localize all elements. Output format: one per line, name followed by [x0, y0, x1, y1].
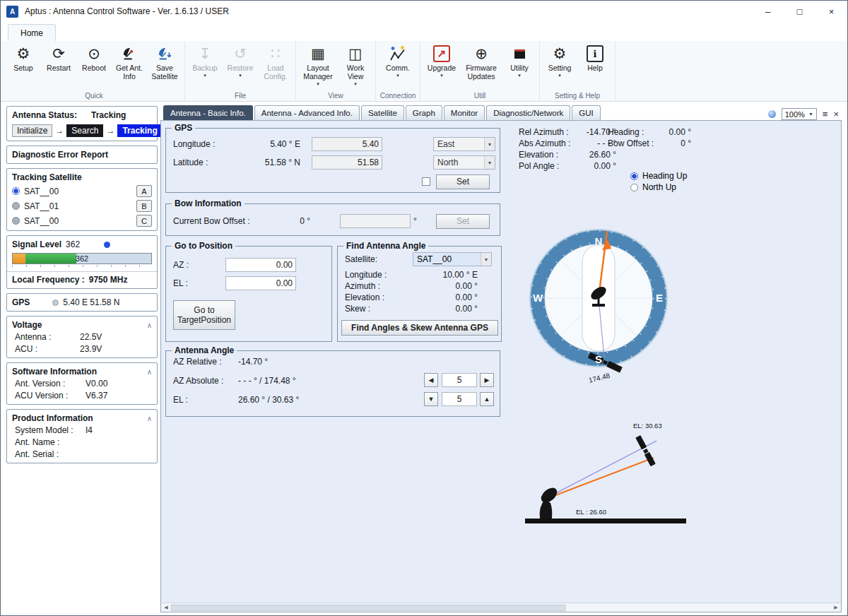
- upgrade-button[interactable]: ↗ Upgrade ▾: [423, 42, 461, 92]
- scroll-left-icon[interactable]: ◀: [161, 605, 171, 610]
- latitude-input[interactable]: [312, 155, 382, 170]
- tab-gui[interactable]: GUI: [572, 105, 600, 120]
- system-model-value: I4: [86, 425, 93, 435]
- tabbar-controls: 100% ▼ ≡ ×: [768, 108, 842, 120]
- setup-button[interactable]: ⚙ Setup: [6, 42, 41, 92]
- down-arrow-icon: ▼: [428, 396, 435, 403]
- work-view-icon: ◫: [348, 44, 363, 64]
- heading-up-radio[interactable]: [630, 172, 638, 180]
- goto-target-position-button[interactable]: Go to TargetPosition: [173, 300, 235, 330]
- satellite-c-radio[interactable]: [12, 217, 20, 225]
- load-config-button[interactable]: ∷ Load Config.: [258, 42, 293, 92]
- horizontal-scrollbar[interactable]: ◀ ▶: [161, 603, 841, 612]
- signal-level-bar: 362: [12, 253, 152, 264]
- status-step-tracking[interactable]: Tracking: [117, 124, 162, 137]
- az-step-right-button[interactable]: ▶: [480, 373, 494, 387]
- firmware-updates-button[interactable]: ⊕ Firmware Updates: [461, 42, 502, 92]
- longitude-input[interactable]: [312, 137, 382, 151]
- status-step-initialize[interactable]: Initialize: [12, 124, 52, 137]
- satellite-b-key-button[interactable]: B: [136, 200, 152, 212]
- bow-offset-input[interactable]: [340, 214, 411, 228]
- get-ant-info-button[interactable]: Get Ant. Info: [112, 42, 147, 92]
- lightbulb-icon[interactable]: [768, 110, 776, 118]
- tab-antenna-advanced-info[interactable]: Antenna - Advanced Info.: [254, 105, 360, 120]
- el-step-input[interactable]: [442, 392, 477, 406]
- signal-level-title: Signal Level: [12, 239, 61, 249]
- goto-az-label: AZ :: [173, 260, 203, 270]
- utility-button[interactable]: Utility ▾: [502, 42, 537, 92]
- heading-label: Heading :: [608, 126, 661, 138]
- gps-set-checkbox[interactable]: [422, 177, 430, 186]
- help-button[interactable]: ℹ Help: [577, 42, 613, 92]
- find-azimuth-value: 0.00 °: [407, 281, 478, 291]
- tab-antenna-basic-info[interactable]: Antenna - Basic Info.: [163, 105, 253, 120]
- right-arrow-icon: ▶: [485, 377, 490, 384]
- scrollbar-thumb[interactable]: [171, 605, 565, 611]
- satellite-b-radio[interactable]: [12, 202, 20, 210]
- voltage-antenna-label: Antenna :: [15, 332, 80, 342]
- left-sidebar: Antenna Status: Tracking Initialize → Se…: [6, 106, 158, 612]
- north-up-radio[interactable]: [630, 184, 638, 191]
- find-antenna-angle-groupbox: Find Antenna Angle Satellite: SAT__00 ▼ …: [337, 246, 502, 342]
- ribbon-tabstrip: Home: [1, 22, 847, 41]
- scroll-right-icon[interactable]: ▶: [831, 605, 841, 610]
- latitude-hemisphere-select[interactable]: North ▼: [433, 155, 495, 170]
- longitude-label: Longitude :: [173, 139, 249, 149]
- backup-button[interactable]: ↧ Backup ▾: [187, 42, 223, 92]
- satellite-a-key-button[interactable]: A: [136, 185, 152, 197]
- el-step-up-button[interactable]: ▲: [480, 392, 494, 406]
- find-angles-skew-button[interactable]: Find Angles & Skew Antenna GPS: [341, 320, 498, 336]
- find-satellite-select[interactable]: SAT__00 ▼: [413, 252, 492, 266]
- tracking-satellite-title: Tracking Satellite: [12, 172, 82, 182]
- latitude-current-value: 51.58 ° N: [249, 158, 300, 167]
- combo-arrow-icon: ▼: [484, 156, 495, 169]
- comm-button[interactable]: Comm. ▾: [378, 42, 418, 92]
- ribbon-group-setting-help: ⚙ Setting ▾ ℹ Help Setting & Help: [540, 42, 616, 101]
- restart-button[interactable]: ⟳ Restart: [41, 42, 76, 92]
- longitude-hemisphere-value: East: [437, 139, 454, 149]
- az-step-left-button[interactable]: ◀: [424, 373, 438, 387]
- elevation-value: 26.60 °: [579, 149, 616, 160]
- status-step-search[interactable]: Search: [66, 124, 103, 137]
- gps-set-button[interactable]: Set: [436, 174, 490, 189]
- bow-set-button[interactable]: Set: [436, 214, 490, 229]
- tab-graph[interactable]: Graph: [406, 105, 442, 120]
- globe-icon: ⊕: [475, 44, 488, 64]
- satellite-a-radio[interactable]: [12, 187, 20, 195]
- tab-satellite[interactable]: Satellite: [361, 105, 404, 120]
- ribbon-tab-home[interactable]: Home: [8, 24, 56, 41]
- tab-monitor[interactable]: Monitor: [444, 105, 485, 120]
- group-label-quick: Quick: [6, 92, 182, 101]
- layout-manager-button[interactable]: ▦ Layout Manager ▾: [298, 42, 338, 92]
- satellite-c-key-button[interactable]: C: [136, 215, 152, 227]
- load-config-icon: ∷: [271, 44, 280, 64]
- signal-bar-low-segment: [13, 254, 25, 263]
- goto-position-title: Go to Position: [172, 241, 235, 251]
- tab-close-icon[interactable]: ×: [833, 109, 839, 119]
- goto-el-input[interactable]: [225, 276, 296, 290]
- az-step-input[interactable]: [442, 373, 477, 387]
- tab-diagnostic-network[interactable]: Diagnostic/Network: [486, 105, 570, 120]
- zoom-select[interactable]: 100% ▼: [782, 108, 817, 120]
- el-step-down-button[interactable]: ▼: [424, 392, 438, 406]
- chevron-up-icon[interactable]: ∧: [147, 368, 152, 376]
- minimize-button[interactable]: –: [752, 1, 784, 22]
- find-skew-value: 0.00 °: [407, 304, 478, 314]
- setting-button[interactable]: ⚙ Setting ▾: [542, 42, 577, 92]
- chevron-up-icon[interactable]: ∧: [147, 321, 152, 329]
- maximize-button[interactable]: □: [784, 1, 815, 22]
- rel-azimuth-label: Rel Azimuth :: [519, 126, 579, 138]
- work-view-button[interactable]: ◫ Work View ▾: [338, 42, 373, 92]
- chevron-up-icon[interactable]: ∧: [147, 415, 152, 422]
- abs-azimuth-label: Abs Azimuth :: [519, 138, 579, 149]
- signal-bar-good-segment: [25, 254, 77, 263]
- save-satellite-button[interactable]: Save Satellite: [147, 42, 182, 92]
- tab-menu-icon[interactable]: ≡: [823, 109, 828, 119]
- longitude-hemisphere-select[interactable]: East ▼: [433, 137, 495, 151]
- goto-az-input[interactable]: [225, 258, 296, 272]
- close-button[interactable]: ×: [815, 1, 847, 22]
- diagnostic-error-panel[interactable]: Diagnostic Error Report: [6, 146, 158, 164]
- restore-button[interactable]: ↺ Restore ▾: [223, 42, 258, 92]
- satellite-row-c: SAT__00 C: [12, 215, 152, 227]
- reboot-button[interactable]: ⊙ Reboot: [76, 42, 112, 92]
